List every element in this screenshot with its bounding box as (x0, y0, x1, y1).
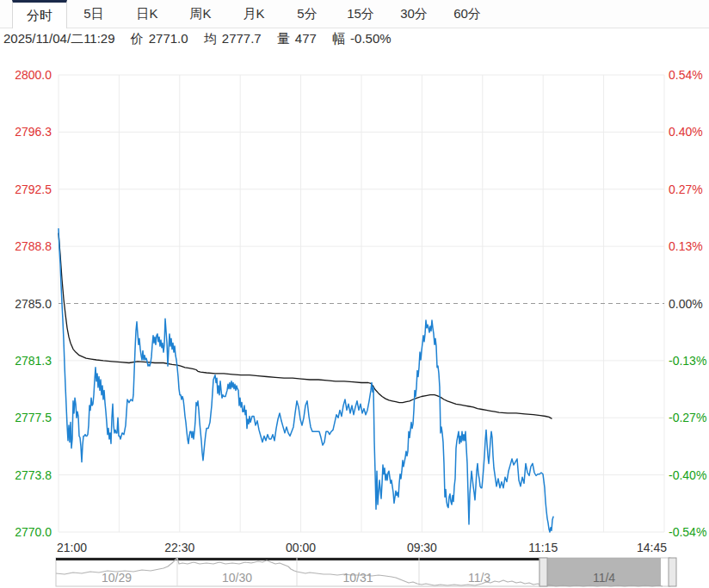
main-chart-canvas: 2800.00.54%2796.30.40%2792.50.27%2788.80… (0, 0, 709, 588)
quote-datetime: 2025/11/04/二11:29 (3, 31, 115, 46)
tab-8[interactable]: 60分 (441, 0, 494, 28)
y-axis-right-label: -0.27% (669, 411, 706, 424)
tab-1[interactable]: 5日 (67, 0, 120, 28)
navigator-loaded-bar (56, 558, 539, 560)
y-axis-right-label: -0.13% (669, 354, 706, 368)
y-axis-left-label: 2773.8 (15, 468, 52, 482)
price-label: 价 (131, 31, 144, 46)
x-axis-time-label: 21:00 (57, 541, 87, 554)
y-axis-left-label: 2800.0 (15, 68, 52, 82)
x-axis-time-label: 00:00 (286, 541, 316, 554)
change-label: 幅 (332, 31, 345, 46)
y-axis-right-label: 0.27% (669, 183, 703, 196)
navigator-date-label: 11/3 (468, 571, 490, 585)
avg-value: 2777.7 (222, 31, 262, 46)
volume-label: 量 (277, 31, 290, 46)
y-axis-right-label: -0.54% (669, 525, 706, 539)
navigator-date-label: 10/29 (102, 571, 132, 585)
y-axis-right-label: -0.40% (669, 468, 706, 482)
y-axis-right-label: 0.00% (669, 297, 703, 311)
tab-5[interactable]: 5分 (281, 0, 334, 28)
x-axis-time-label: 14:45 (637, 541, 667, 554)
tab-4[interactable]: 月K (227, 0, 281, 28)
x-axis-time-label: 22:30 (164, 541, 194, 554)
y-axis-left-label: 2770.0 (15, 525, 52, 539)
tab-3[interactable]: 周K (174, 0, 227, 28)
price-value: 2771.0 (149, 31, 188, 46)
x-axis-time-label: 11:15 (528, 541, 558, 554)
navigator-left-handle[interactable] (539, 558, 547, 586)
y-axis-right-label: 0.40% (669, 125, 703, 139)
navigator-right-handle[interactable] (669, 558, 676, 586)
navigator-date-label-selected: 11/4 (593, 571, 615, 585)
average-price-line (59, 233, 552, 418)
y-axis-left-label: 2796.3 (15, 125, 52, 139)
trading-chart-page: { "tabs": { "active_index": 0, "items": … (0, 0, 709, 588)
navigator-date-label: 10/31 (342, 571, 373, 585)
y-axis-left-label: 2792.5 (15, 183, 52, 196)
y-axis-left-label: 2781.3 (15, 354, 52, 368)
y-axis-left-label: 2788.8 (15, 239, 52, 253)
change-value: -0.50% (350, 31, 391, 46)
y-axis-right-label: 0.13% (669, 239, 703, 253)
x-axis-time-label: 09:30 (407, 541, 437, 554)
avg-label: 均 (204, 31, 217, 46)
quote-info-bar: 2025/11/04/二11:29 价2771.0 均2777.7 量477 幅… (0, 31, 709, 50)
kline-tab-bar: 分时5日日K周K月K5分15分30分60分 (0, 0, 709, 28)
y-axis-left-label: 2777.5 (15, 411, 52, 424)
price-line (59, 229, 553, 532)
navigator-date-label: 10/30 (222, 571, 252, 585)
volume-value: 477 (295, 31, 317, 46)
tab-2[interactable]: 日K (120, 0, 174, 28)
tab-6[interactable]: 15分 (334, 0, 387, 28)
y-axis-right-label: 0.54% (669, 68, 703, 82)
tab-0-active[interactable]: 分时 (12, 0, 67, 28)
y-axis-left-label: 2785.0 (15, 297, 52, 311)
tab-7[interactable]: 30分 (387, 0, 441, 28)
